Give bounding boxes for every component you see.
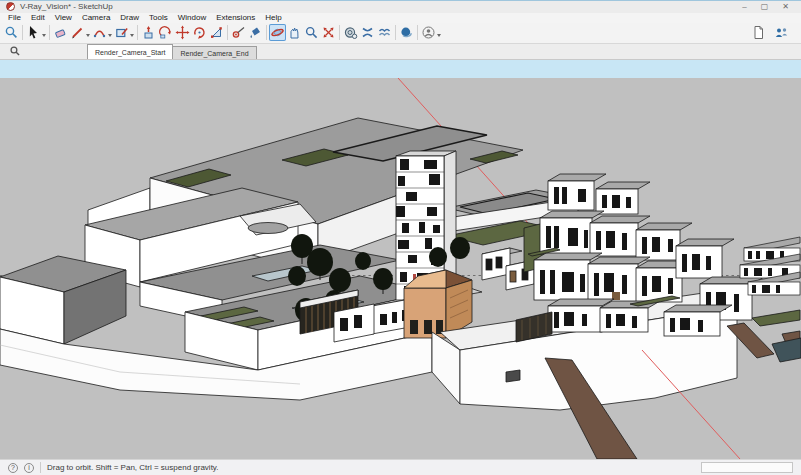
info-icon[interactable]: i: [24, 463, 34, 473]
status-bar: ? i Drag to orbit. Shift = Pan, Ctrl = s…: [0, 459, 801, 475]
menu-view[interactable]: View: [50, 13, 77, 22]
new-document-icon[interactable]: [750, 24, 767, 41]
move-tool-icon[interactable]: [174, 24, 191, 41]
menu-help[interactable]: Help: [260, 13, 286, 22]
zoom-tool-icon[interactable]: [303, 24, 320, 41]
measurements-input[interactable]: [701, 462, 793, 473]
model-viewport[interactable]: [0, 60, 801, 459]
model-3d-scene: [0, 60, 801, 459]
menu-edit[interactable]: Edit: [26, 13, 50, 22]
minimize-button[interactable]: –: [742, 2, 746, 12]
toolbar-separator: [395, 25, 396, 40]
menu-bar: File Edit View Camera Draw Tools Window …: [0, 13, 801, 23]
rotate-tool-icon[interactable]: [191, 24, 208, 41]
account-dropdown-caret[interactable]: [437, 34, 441, 37]
toolbar: [0, 23, 801, 45]
zoom-extents-icon[interactable]: [320, 24, 337, 41]
tree: [429, 247, 447, 267]
tree: [288, 266, 306, 286]
toolbar-separator: [227, 25, 228, 40]
arcs-dropdown-caret[interactable]: [108, 34, 112, 37]
arcs-tool-icon[interactable]: [91, 24, 108, 41]
sky: [0, 60, 801, 78]
shapes-dropdown-caret[interactable]: [130, 34, 134, 37]
vray-asset-editor-icon[interactable]: [342, 24, 359, 41]
eraser-tool-icon[interactable]: [52, 24, 69, 41]
title-bar: V-Ray_Vision* - SketchUp – ▢ ✕: [0, 1, 801, 13]
pan-tool-icon[interactable]: [286, 24, 303, 41]
shapes-tool-icon[interactable]: [113, 24, 130, 41]
toolbar-separator: [137, 25, 138, 40]
tree: [355, 252, 371, 270]
vray-batch-render-icon[interactable]: [376, 24, 393, 41]
push-pull-tool-icon[interactable]: [140, 24, 157, 41]
account-icon[interactable]: [420, 24, 437, 41]
small-block: [506, 370, 520, 382]
toolbar-right-group: [750, 24, 798, 41]
circle-pad: [248, 223, 288, 234]
orbit-tool-icon[interactable]: [269, 24, 286, 41]
follow-me-tool-icon[interactable]: [157, 24, 174, 41]
toolbar-separator: [339, 25, 340, 40]
toolbar-separator: [417, 25, 418, 40]
search-icon[interactable]: [3, 24, 20, 41]
sketchup-logo-icon: [6, 2, 15, 11]
status-message: Drag to orbit. Shift = Pan, Ctrl = suspe…: [47, 463, 219, 472]
menu-camera[interactable]: Camera: [77, 13, 115, 22]
select-tool-icon[interactable]: [25, 24, 42, 41]
tree: [450, 237, 470, 259]
sketchup-window: V-Ray_Vision* - SketchUp – ▢ ✕ File Edit…: [0, 0, 801, 475]
window-title: V-Ray_Vision* - SketchUp: [20, 2, 113, 11]
toolbar-separator: [22, 25, 23, 40]
share-model-icon[interactable]: [773, 24, 790, 41]
chaos-cosmos-icon[interactable]: [398, 24, 415, 41]
restore-button[interactable]: ▢: [761, 2, 769, 12]
scene-search-icon[interactable]: [9, 43, 21, 61]
tape-measure-tool-icon[interactable]: [230, 24, 247, 41]
orange-building[interactable]: [404, 270, 472, 338]
toolbar-separator: [49, 25, 50, 40]
line-dropdown-caret[interactable]: [86, 34, 90, 37]
scale-tool-icon[interactable]: [208, 24, 225, 41]
scene-tab-bar: Render_Camera_Start Render_Camera_End: [0, 44, 801, 60]
scene-tab-render-camera-end[interactable]: Render_Camera_End: [173, 46, 256, 59]
close-button[interactable]: ✕: [782, 2, 789, 12]
toolbar-separator: [266, 25, 267, 40]
menu-tools[interactable]: Tools: [144, 13, 173, 22]
select-dropdown-caret[interactable]: [42, 34, 46, 37]
line-tool-icon[interactable]: [69, 24, 86, 41]
window-controls: – ▢ ✕: [742, 2, 795, 12]
help-icon[interactable]: ?: [8, 463, 18, 473]
menu-extensions[interactable]: Extensions: [211, 13, 260, 22]
menu-file[interactable]: File: [3, 13, 26, 22]
status-divider: [40, 462, 41, 473]
menu-draw[interactable]: Draw: [115, 13, 144, 22]
menu-window[interactable]: Window: [173, 13, 211, 22]
paint-bucket-tool-icon[interactable]: [247, 24, 264, 41]
scene-tab-render-camera-start[interactable]: Render_Camera_Start: [87, 44, 173, 59]
vray-interactive-render-icon[interactable]: [359, 24, 376, 41]
